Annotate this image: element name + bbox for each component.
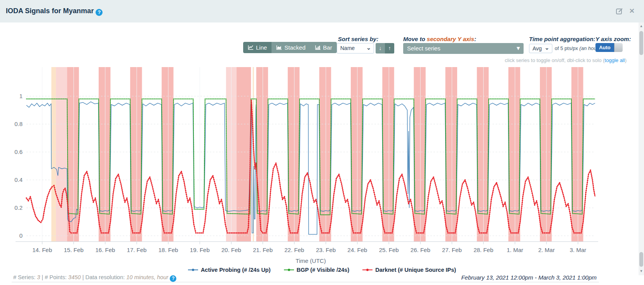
line-button-label: Line [256,44,267,51]
chart-legend: Active Probing (# /24s Up) BGP (# Visibl… [0,267,644,273]
y-axis-zoom-toggle[interactable]: Auto [595,43,623,52]
stacked-chart-button[interactable]: Stacked [272,42,310,53]
chart-stats: # Series: 3 | # Points: 3450 | Data reso… [13,274,176,282]
secondary-axis-label-suffix: : [474,36,476,42]
legend-item[interactable]: Active Probing (# /24s Up) [188,267,271,273]
svg-text:25. Feb: 25. Feb [379,247,399,253]
bar-chart-icon [315,45,321,50]
svg-text:3. Mar: 3. Mar [570,247,587,253]
svg-text:16. Feb: 16. Feb [95,247,115,253]
svg-text:19. Feb: 19. Feb [190,247,210,253]
chevron-down-icon: ⌄ [545,45,549,51]
scroll-up-icon[interactable]: ▲ [639,23,644,29]
legend-marker-icon [284,268,294,272]
svg-text:Time (UTC): Time (UTC) [296,257,326,264]
legend-label: Darknet (# Unique Source IPs) [375,267,456,273]
points-count-value: 3450 [68,274,81,280]
scrollbar-thumb[interactable] [639,252,643,267]
secondary-axis-label-highlight: secondary Y axis [427,36,474,42]
svg-text:0: 0 [19,232,23,239]
sort-series-value: Name [340,45,355,51]
points-count-label: | # Points: [40,274,68,280]
sort-series-select[interactable]: Name ⌄ [337,43,374,54]
legend-item[interactable]: Darknet (# Unique Source IPs) [362,267,456,273]
timeseries-chart[interactable]: 00.20.40.60.8114. Feb15. Feb16. Feb17. F… [0,62,644,267]
toggle-knob [614,43,623,52]
svg-text:28. Feb: 28. Feb [473,247,493,253]
aggregation-note: of 5 pts/px (an hour) [555,45,600,51]
legend-label: BGP (# Visible /24s) [297,267,350,273]
y-axis-zoom-label: Y axis zoom: [595,36,631,42]
svg-text:15. Feb: 15. Feb [64,247,84,253]
area-chart-icon [276,45,282,50]
resolution-label: | Data resolution: [81,274,126,280]
edit-icon[interactable] [616,7,623,15]
svg-text:20. Feb: 20. Feb [221,247,241,253]
scrollbar-track[interactable] [639,22,644,275]
legend-label: Active Probing (# /24s Up) [201,267,271,273]
aggregation-label: Time point aggregation: [529,36,595,42]
series-count-label: # Series: [13,274,37,280]
scrollbar-thumb[interactable] [639,31,643,55]
resolution-value: 10 minutes, hour [126,274,168,280]
svg-text:0.2: 0.2 [14,204,23,211]
aggregation-value: Avg [533,45,542,52]
help-icon[interactable]: ? [96,9,103,16]
sort-ascending-button[interactable]: ↑ [385,43,394,54]
date-range: February 13, 2021 12:00pm - March 3, 202… [461,274,597,281]
svg-text:0.6: 0.6 [14,149,23,155]
svg-text:27. Feb: 27. Feb [442,247,462,253]
help-icon[interactable]: ? [170,275,176,282]
line-chart-icon [248,45,254,50]
svg-text:1. Mar: 1. Mar [507,247,524,253]
secondary-axis-label-prefix: Move to [403,36,427,42]
chevron-down-icon: ⌄ [366,45,371,51]
scroll-down-icon[interactable]: ▼ [639,268,644,274]
svg-text:0.8: 0.8 [14,121,23,127]
select-series-dropdown[interactable]: Select series ▾ [403,43,524,54]
svg-text:1: 1 [19,93,23,99]
svg-text:26. Feb: 26. Feb [411,247,430,253]
dialog-header: IODA Signals for Myanmar ? ✕ [0,0,644,22]
sort-descending-button[interactable]: ↓ [376,43,385,54]
svg-text:0.4: 0.4 [14,176,23,183]
divider [12,282,599,282]
svg-text:23. Feb: 23. Feb [316,247,336,253]
secondary-axis-label: Move to secondary Y axis: [403,36,476,42]
aggregation-select[interactable]: Avg ⌄ [529,44,552,53]
chart-type-button-group: Line Stacked Bar [243,42,337,53]
legend-marker-icon [188,268,198,272]
svg-text:18. Feb: 18. Feb [158,247,178,253]
bar-chart-button[interactable]: Bar [310,42,337,53]
legend-item[interactable]: BGP (# Visible /24s) [284,267,350,273]
svg-text:21. Feb: 21. Feb [253,247,273,253]
sort-series-label: Sort series by: [338,36,378,42]
line-chart-button[interactable]: Line [243,42,272,53]
chevron-down-icon: ▾ [517,45,520,52]
close-icon[interactable]: ✕ [629,7,635,15]
svg-text:17. Feb: 17. Feb [127,247,147,253]
page-title: IODA Signals for Myanmar ? [6,7,103,16]
legend-marker-icon [362,268,372,272]
select-series-placeholder: Select series [407,45,440,52]
svg-text:14. Feb: 14. Feb [32,247,52,253]
svg-text:24. Feb: 24. Feb [348,247,367,253]
page-title-text: IODA Signals for Myanmar [6,7,94,15]
y-axis-zoom-toggle-label: Auto [595,43,614,52]
bar-button-label: Bar [323,44,332,51]
stacked-button-label: Stacked [284,44,305,51]
aggregation-note-text: of 5 pts/px [555,45,580,51]
svg-text:2. Mar: 2. Mar [538,247,555,253]
svg-text:22. Feb: 22. Feb [284,247,304,253]
